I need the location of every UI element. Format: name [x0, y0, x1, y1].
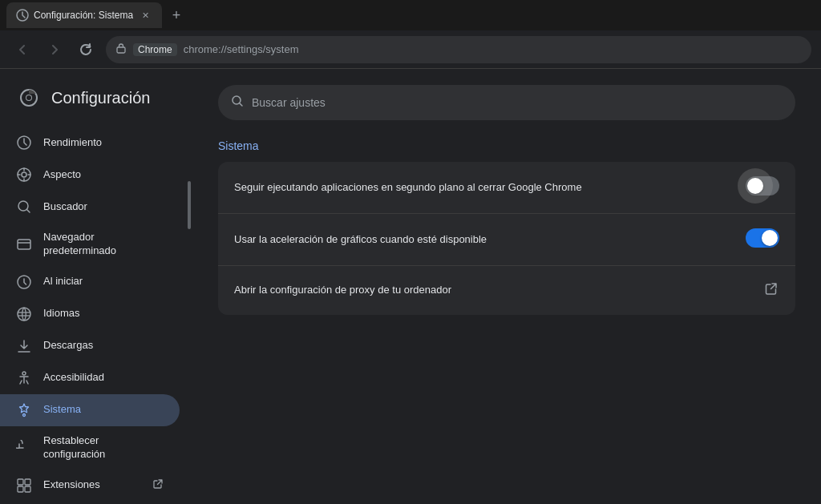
- search-bar[interactable]: [218, 85, 795, 120]
- active-tab[interactable]: Configuración: Sistema ✕: [6, 2, 162, 28]
- settings-row-hardware-acceleration: Usar la aceleración de gráficos cuando e…: [218, 214, 795, 266]
- settings-row-proxy[interactable]: Abrir la configuración de proxy de tu or…: [218, 266, 795, 315]
- chrome-logo: [16, 85, 42, 111]
- section-title: Sistema: [218, 139, 795, 152]
- svg-rect-26: [25, 486, 30, 492]
- sidebar-item-idiomas[interactable]: Idiomas: [0, 298, 180, 330]
- sidebar-item-extensiones[interactable]: Extensiones: [0, 470, 180, 502]
- svg-point-21: [22, 372, 26, 375]
- sidebar: Configuración Rendimiento: [0, 69, 192, 504]
- hardware-acceleration-label: Usar la aceleración de gráficos cuando e…: [234, 232, 733, 247]
- sidebar-scrollbar: [188, 181, 191, 229]
- tab-close-button[interactable]: ✕: [138, 8, 152, 22]
- sidebar-label-navegador: Navegador predeterminado: [43, 231, 116, 258]
- performance-icon: [16, 135, 32, 151]
- address-lock-icon: [115, 42, 127, 56]
- sidebar-label-aspecto: Aspecto: [43, 168, 81, 182]
- hardware-acceleration-toggle-knob: [762, 230, 778, 246]
- tab-favicon: [16, 9, 29, 22]
- titlebar: Configuración: Sistema ✕ +: [0, 0, 821, 30]
- svg-point-4: [26, 95, 31, 100]
- sidebar-label-restablecer: Restablecer configuración: [43, 434, 164, 462]
- sidebar-item-iniciar[interactable]: Al iniciar: [0, 266, 180, 298]
- proxy-settings-label: Abrir la configuración de proxy de tu or…: [234, 283, 750, 297]
- back-button[interactable]: [10, 37, 35, 62]
- svg-line-28: [240, 103, 242, 106]
- sidebar-item-aspecto[interactable]: Aspecto: [0, 159, 180, 191]
- main-layout: Configuración Rendimiento: [0, 69, 821, 504]
- reload-button[interactable]: [74, 37, 99, 62]
- sidebar-label-buscador: Buscador: [43, 200, 87, 214]
- tab-bar: Configuración: Sistema ✕ +: [6, 2, 815, 28]
- languages-icon: [16, 306, 32, 322]
- sidebar-item-rendimiento[interactable]: Rendimiento: [0, 127, 180, 159]
- sidebar-label-extensiones: Extensiones: [43, 478, 100, 492]
- svg-rect-24: [25, 479, 30, 485]
- sidebar-label-accesibilidad: Accesibilidad: [43, 371, 104, 385]
- sidebar-item-sistema[interactable]: Sistema: [0, 394, 180, 426]
- navbar: Chrome chrome://settings/system: [0, 30, 821, 69]
- svg-rect-14: [18, 240, 30, 249]
- sidebar-item-navegador[interactable]: Navegador predeterminado: [0, 223, 180, 266]
- background-apps-toggle-knob: [747, 178, 763, 194]
- sidebar-label-rendimiento: Rendimiento: [43, 136, 102, 150]
- system-icon: [16, 402, 32, 418]
- settings-row-background-apps: Seguir ejecutando aplicaciones en segund…: [218, 162, 795, 214]
- background-apps-label: Seguir ejecutando aplicaciones en segund…: [234, 180, 733, 195]
- sidebar-label-descargas: Descargas: [43, 339, 93, 353]
- browser-icon: [16, 236, 32, 252]
- extensions-external-icon: [152, 478, 164, 492]
- svg-point-7: [22, 172, 26, 177]
- forward-button[interactable]: [42, 37, 67, 62]
- search-icon: [16, 199, 32, 215]
- accessibility-icon: [16, 370, 32, 386]
- sidebar-item-buscador[interactable]: Buscador: [0, 191, 180, 223]
- settings-card: Seguir ejecutando aplicaciones en segund…: [218, 162, 795, 315]
- svg-rect-25: [18, 486, 23, 492]
- sidebar-label-iniciar: Al iniciar: [43, 275, 83, 288]
- tab-title: Configuración: Sistema: [34, 10, 133, 21]
- hardware-acceleration-toggle-switch[interactable]: [746, 228, 779, 248]
- search-bar-icon: [231, 95, 244, 111]
- address-text: chrome://settings/system: [184, 43, 299, 55]
- reset-icon: [16, 440, 32, 456]
- search-input[interactable]: [252, 96, 783, 109]
- svg-line-13: [27, 210, 30, 213]
- background-apps-toggle-switch[interactable]: [746, 176, 779, 196]
- extensions-icon: [16, 478, 32, 494]
- background-apps-toggle[interactable]: [746, 176, 779, 199]
- address-bar[interactable]: Chrome chrome://settings/system: [106, 36, 811, 63]
- svg-point-17: [18, 308, 30, 321]
- sidebar-item-descargas[interactable]: Descargas: [0, 330, 180, 362]
- startup-icon: [16, 274, 32, 290]
- proxy-external-link-icon[interactable]: [763, 280, 779, 300]
- svg-point-22: [23, 413, 26, 416]
- svg-rect-1: [117, 47, 125, 53]
- sidebar-label-sistema: Sistema: [43, 403, 81, 417]
- sidebar-item-restablecer[interactable]: Restablecer configuración: [0, 426, 180, 470]
- appearance-icon: [16, 167, 32, 183]
- sidebar-label-idiomas: Idiomas: [43, 307, 80, 321]
- sidebar-title: Configuración: [51, 89, 150, 107]
- svg-rect-23: [18, 479, 23, 485]
- sidebar-header: Configuración: [0, 75, 192, 127]
- sidebar-item-accesibilidad[interactable]: Accesibilidad: [0, 362, 180, 394]
- content-area: Sistema Seguir ejecutando aplicaciones e…: [192, 69, 821, 504]
- hardware-acceleration-toggle[interactable]: [746, 228, 779, 251]
- downloads-icon: [16, 338, 32, 354]
- chrome-badge: Chrome: [133, 43, 177, 56]
- new-tab-button[interactable]: +: [165, 4, 188, 26]
